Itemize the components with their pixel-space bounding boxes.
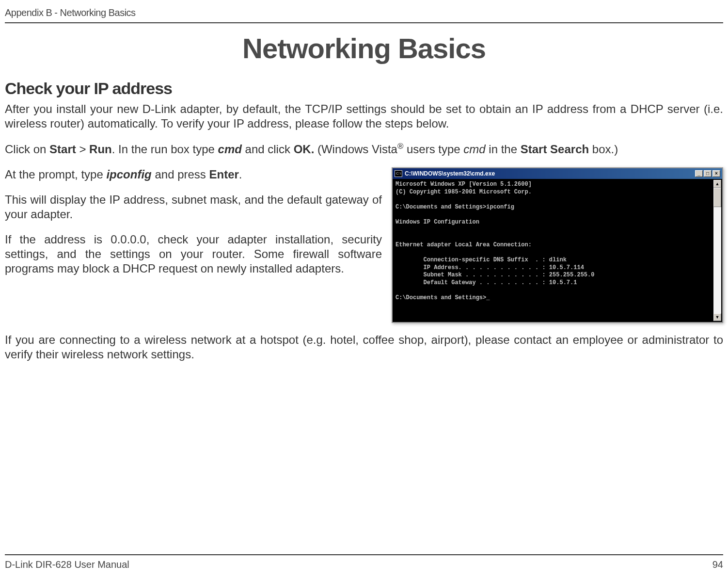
vertical-scrollbar[interactable]: ▲ ▼	[713, 180, 721, 321]
text-fragment: and press	[152, 168, 209, 181]
run-bold: Run	[89, 143, 112, 156]
close-button[interactable]: ×	[712, 170, 720, 177]
header-appendix: Appendix B - Networking Basics	[5, 7, 723, 23]
start-bold: Start	[49, 143, 76, 156]
registered-mark: ®	[397, 142, 403, 151]
maximize-button[interactable]: □	[704, 170, 712, 177]
cmd-icon: C:\	[395, 170, 402, 177]
text-fragment: .	[239, 168, 242, 181]
scrollbar-thumb[interactable]	[713, 188, 721, 207]
start-search-bold: Start Search	[521, 143, 589, 156]
page-footer: D-Link DIR-628 User Manual 94	[5, 554, 723, 570]
text-fragment: users type	[403, 143, 463, 156]
cmd-titlebar: C:\ C:\WINDOWS\system32\cmd.exe _ □ ×	[393, 168, 722, 179]
text-fragment: and click	[242, 143, 294, 156]
text-fragment: box.)	[589, 143, 618, 156]
page-title: Networking Basics	[5, 32, 723, 64]
cmd-output: Microsoft Windows XP [Version 5.1.2600] …	[393, 179, 722, 315]
section-heading-check-ip: Check your IP address	[5, 79, 723, 98]
text-fragment: (Windows Vista	[314, 143, 397, 156]
text-fragment: in the	[486, 143, 521, 156]
scroll-up-arrow-icon[interactable]: ▲	[713, 180, 721, 188]
enter-bold: Enter	[209, 168, 239, 181]
footer-manual-name: D-Link DIR-628 User Manual	[5, 559, 129, 570]
scroll-down-arrow-icon[interactable]: ▼	[713, 313, 721, 321]
click-start-paragraph: Click on Start > Run. In the run box typ…	[5, 142, 723, 157]
hotspot-paragraph: If you are connecting to a wireless netw…	[5, 328, 723, 362]
footer-page-number: 94	[712, 559, 723, 570]
minimize-button[interactable]: _	[695, 170, 703, 177]
cmd-italic: cmd	[463, 143, 485, 156]
ok-bold: OK.	[294, 143, 315, 156]
cmd-bold-italic: cmd	[218, 143, 242, 156]
cmd-window-screenshot: C:\ C:\WINDOWS\system32\cmd.exe _ □ × Mi…	[392, 167, 723, 323]
text-fragment: Click on	[5, 143, 49, 156]
intro-paragraph: After you install your new D-Link adapte…	[5, 102, 723, 131]
text-fragment: At the prompt, type	[5, 168, 106, 181]
content-with-screenshot: C:\ C:\WINDOWS\system32\cmd.exe _ □ × Mi…	[5, 167, 723, 362]
text-fragment: >	[76, 143, 89, 156]
text-fragment: . In the run box type	[112, 143, 218, 156]
cmd-title-text: C:\WINDOWS\system32\cmd.exe	[405, 170, 695, 177]
window-buttons: _ □ ×	[695, 170, 720, 177]
ipconfig-bold-italic: ipconfig	[106, 168, 151, 181]
